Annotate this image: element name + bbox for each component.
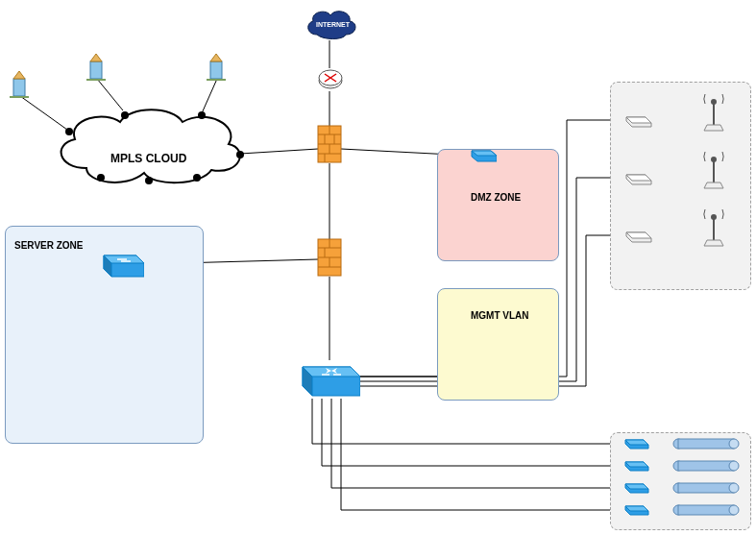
svg-point-21 xyxy=(97,174,105,182)
svg-point-18 xyxy=(65,128,73,135)
access-point-2-icon xyxy=(699,152,728,190)
svg-point-24 xyxy=(236,151,244,158)
svg-point-77 xyxy=(711,214,717,220)
mgmt-vlan-zone xyxy=(437,288,559,401)
svg-point-98 xyxy=(729,505,739,515)
rack-server-4-icon xyxy=(672,504,740,516)
rack-switch-1-icon xyxy=(622,438,649,450)
svg-marker-56 xyxy=(13,71,25,79)
server-switch-icon xyxy=(96,250,144,280)
svg-rect-60 xyxy=(86,79,106,81)
svg-marker-85 xyxy=(625,462,648,467)
access-point-3-icon xyxy=(699,209,728,248)
dmz-zone-label: DMZ ZONE xyxy=(471,192,521,203)
svg-rect-82 xyxy=(678,439,734,449)
svg-marker-95 xyxy=(625,506,648,511)
network-diagram: SERVER ZONE DMZ ZONE MGMT VLAN MPLS CLOU… xyxy=(0,0,756,535)
svg-rect-55 xyxy=(13,79,25,96)
svg-point-93 xyxy=(729,483,739,493)
svg-rect-97 xyxy=(678,505,734,515)
svg-point-67 xyxy=(711,99,717,105)
dmz-switch-icon xyxy=(468,148,497,163)
mgmt-vlan-label: MGMT VLAN xyxy=(471,310,529,321)
router-icon xyxy=(317,65,344,92)
svg-rect-57 xyxy=(10,96,29,98)
svg-marker-73 xyxy=(704,182,723,188)
dmz-zone xyxy=(437,149,559,261)
svg-rect-87 xyxy=(678,461,734,471)
wlc-controller-1-icon xyxy=(622,113,653,129)
rack-switch-3-icon xyxy=(622,482,649,494)
svg-marker-62 xyxy=(210,54,222,61)
svg-marker-78 xyxy=(704,240,723,246)
remote-site-2-icon xyxy=(85,52,108,81)
svg-point-83 xyxy=(729,439,739,449)
internet-label: INTERNET xyxy=(316,21,350,28)
mpls-cloud-label: MPLS CLOUD xyxy=(110,152,186,165)
wlc-controller-3-icon xyxy=(622,229,653,244)
svg-point-19 xyxy=(121,111,129,119)
firewall-bottom-icon xyxy=(317,238,342,277)
remote-site-3-icon xyxy=(205,52,228,81)
rack-server-1-icon xyxy=(672,438,740,450)
firewall-top-icon xyxy=(317,125,342,163)
rack-server-2-icon xyxy=(672,460,740,472)
wlc-controller-2-icon xyxy=(622,171,653,186)
svg-point-88 xyxy=(729,461,739,471)
rack-server-3-icon xyxy=(672,482,740,494)
svg-rect-58 xyxy=(90,61,102,79)
svg-point-23 xyxy=(193,174,201,182)
svg-point-72 xyxy=(711,157,717,162)
server-zone-label: SERVER ZONE xyxy=(14,240,84,251)
svg-marker-90 xyxy=(625,484,648,489)
svg-rect-63 xyxy=(207,79,226,81)
svg-marker-68 xyxy=(704,125,723,131)
mpls-cloud xyxy=(48,101,250,187)
svg-marker-80 xyxy=(625,440,648,445)
svg-rect-92 xyxy=(678,483,734,493)
access-point-1-icon xyxy=(699,94,728,133)
core-switch-icon xyxy=(293,357,360,401)
svg-line-4 xyxy=(240,149,318,154)
rack-switch-2-icon xyxy=(622,460,649,472)
svg-point-20 xyxy=(198,111,206,119)
svg-marker-59 xyxy=(90,54,102,61)
svg-point-22 xyxy=(145,177,153,184)
remote-site-1-icon xyxy=(8,69,31,98)
rack-switch-4-icon xyxy=(622,504,649,516)
svg-rect-61 xyxy=(210,61,222,79)
